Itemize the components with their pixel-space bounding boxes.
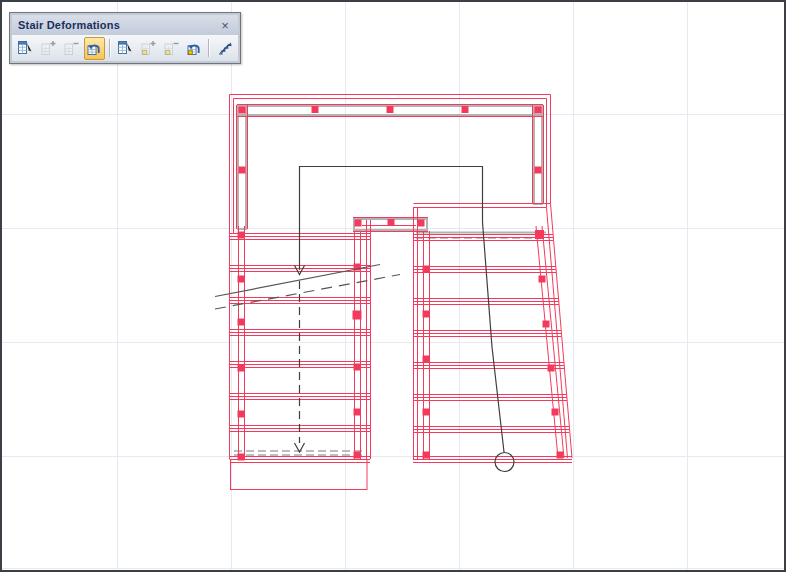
toolbar-separator [109,39,111,57]
stair-plan-canvas[interactable] [2,2,784,570]
bottom-landing [231,460,368,490]
edit-stair-path-button[interactable] [214,37,235,60]
table-plus-node-icon [140,40,156,56]
remove-deformation-button[interactable] [61,37,82,60]
table-cursor-icon [117,40,133,56]
table-undo-icon [86,40,102,56]
table-cursor-icon [17,40,33,56]
close-icon[interactable]: × [218,19,232,32]
walk-line-path [300,167,505,453]
grid-lines [2,2,784,570]
table-minus-icon [63,40,79,56]
toolbar-button-row [12,35,238,61]
support-beams [238,106,546,233]
toolbar-separator [208,39,210,57]
stair-arrow-icon [217,40,233,56]
beam-flank-lines [237,105,544,232]
table-minus-node-icon [163,40,179,56]
right-flight-left-stringer [424,231,430,459]
remove-node-deformation-button[interactable] [160,37,181,60]
reset-deformation-button[interactable] [84,37,105,60]
add-deformation-button[interactable] [38,37,59,60]
stair-structure[interactable] [230,95,573,490]
top-landing-outline [230,95,551,460]
table-undo-node-icon [186,40,202,56]
stair-deformations-toolbar: Stair Deformations × [9,12,241,64]
app-window: Stair Deformations × [0,0,786,572]
reset-node-deformation-button[interactable] [183,37,204,60]
select-deformation-button[interactable] [15,37,36,60]
toolbar-titlebar[interactable]: Stair Deformations × [12,15,238,35]
select-node-deformation-button[interactable] [115,37,136,60]
landing-edge-dashes [234,238,546,455]
toolbar-title: Stair Deformations [18,19,218,31]
table-plus-icon [40,40,56,56]
add-node-deformation-button[interactable] [137,37,158,60]
left-flight-right-slab [367,220,371,459]
right-landing-beam [534,106,542,204]
